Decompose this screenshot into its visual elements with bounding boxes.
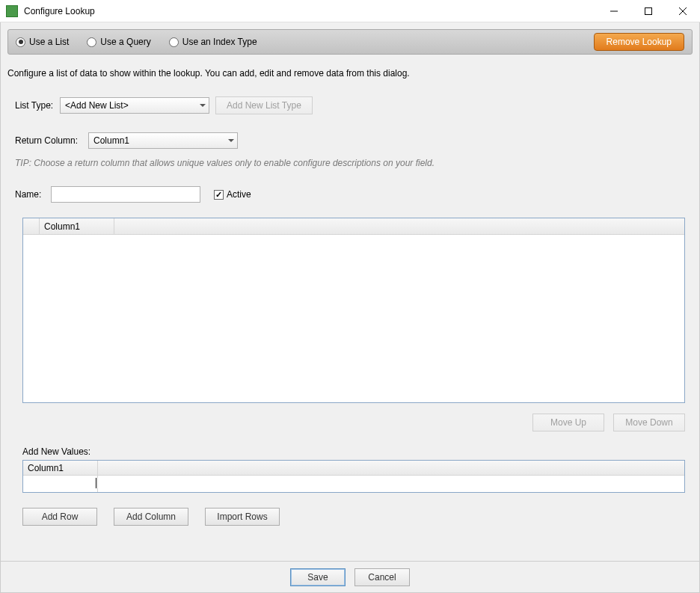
minimize-icon: [610, 7, 618, 15]
active-label: Active: [227, 189, 251, 200]
return-column-label: Return Column:: [15, 135, 82, 146]
svg-rect-1: [645, 8, 652, 15]
name-row: Name: Active: [15, 186, 693, 203]
return-column-tip: TIP: Choose a return column that allows …: [15, 158, 693, 168]
move-up-button[interactable]: Move Up: [532, 414, 604, 431]
return-column-combo[interactable]: Column1: [88, 132, 238, 149]
window-controls: [597, 0, 700, 22]
text-caret-icon: [96, 478, 96, 488]
name-input[interactable]: [51, 186, 200, 203]
maximize-button[interactable]: [631, 0, 666, 22]
data-grid[interactable]: Column1: [22, 218, 685, 403]
grid-header-spacer: [114, 218, 684, 234]
radio-use-index-type[interactable]: Use an Index Type: [169, 37, 257, 47]
add-new-cell-col1[interactable]: [23, 476, 98, 492]
radio-label: Use a List: [29, 37, 69, 47]
grid-header: Column1: [23, 218, 684, 235]
add-new-cell-rest[interactable]: [98, 476, 684, 492]
mode-bar: Use a List Use a Query Use an Index Type…: [7, 29, 693, 55]
add-new-header-spacer: [98, 461, 684, 475]
chevron-down-icon: [200, 104, 206, 107]
add-column-button[interactable]: Add Column: [114, 508, 188, 526]
save-button[interactable]: Save: [290, 568, 346, 586]
add-new-row[interactable]: [23, 476, 684, 492]
add-new-header: Column1: [23, 461, 684, 476]
add-new-header-col1[interactable]: Column1: [23, 461, 98, 475]
add-new-list-type-button[interactable]: Add New List Type: [215, 96, 313, 114]
move-button-row: Move Up Move Down: [22, 414, 685, 431]
minimize-button[interactable]: [597, 0, 631, 22]
remove-lookup-button[interactable]: Remove Lookup: [594, 33, 684, 51]
name-label: Name:: [15, 189, 45, 200]
chevron-down-icon: [228, 139, 234, 142]
cancel-button-label: Cancel: [368, 572, 396, 583]
active-checkbox[interactable]: [214, 190, 224, 200]
description-text: Configure a list of data to show within …: [7, 68, 693, 79]
active-checkbox-wrap[interactable]: Active: [214, 189, 251, 200]
radio-use-list[interactable]: Use a List: [16, 37, 69, 47]
save-button-label: Save: [307, 572, 328, 583]
radio-use-query[interactable]: Use a Query: [87, 37, 150, 47]
app-icon: [6, 5, 18, 17]
import-rows-button[interactable]: Import Rows: [205, 508, 280, 526]
cancel-button[interactable]: Cancel: [354, 568, 410, 586]
list-type-row: List Type: <Add New List> Add New List T…: [15, 96, 693, 114]
radio-label: Use an Index Type: [182, 37, 257, 47]
form-body: Configure a list of data to show within …: [1, 55, 699, 561]
grid-header-col1[interactable]: Column1: [40, 218, 114, 234]
add-row-button[interactable]: Add Row: [22, 508, 97, 526]
radio-icon: [16, 37, 25, 47]
close-icon: [679, 7, 687, 15]
add-new-values-label: Add New Values:: [22, 446, 685, 457]
grid-body[interactable]: [23, 235, 684, 402]
content-area: Use a List Use a Query Use an Index Type…: [0, 22, 700, 593]
radio-icon: [169, 37, 179, 47]
return-column-row: Return Column: Column1: [15, 132, 693, 149]
add-new-grid[interactable]: Column1: [22, 460, 685, 493]
return-column-selected: Column1: [93, 135, 129, 146]
window-title: Configure Lookup: [22, 6, 597, 16]
list-type-selected: <Add New List>: [65, 100, 129, 111]
dialog-footer: Save Cancel: [1, 561, 699, 592]
row-buttons: Add Row Add Column Import Rows: [22, 508, 685, 526]
titlebar: Configure Lookup: [0, 0, 700, 22]
maximize-icon: [645, 7, 652, 15]
list-type-combo[interactable]: <Add New List>: [60, 97, 209, 114]
radio-label: Use a Query: [100, 37, 150, 47]
move-down-button[interactable]: Move Down: [613, 414, 685, 431]
radio-icon: [87, 37, 96, 47]
list-type-label: List Type:: [15, 100, 54, 111]
mode-radio-group: Use a List Use a Query Use an Index Type: [16, 37, 594, 47]
grid-header-rownum: [23, 218, 40, 234]
close-button[interactable]: [666, 0, 700, 22]
